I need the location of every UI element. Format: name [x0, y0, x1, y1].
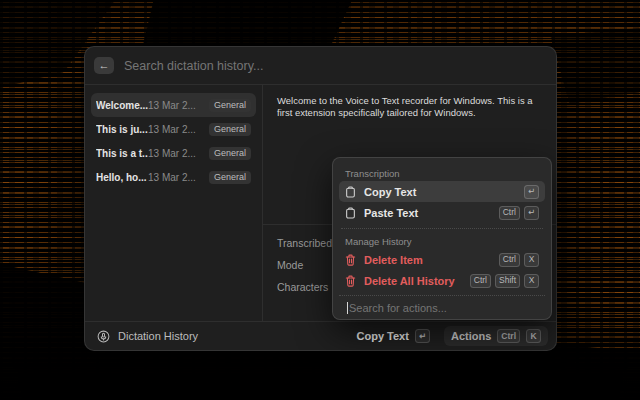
- ctrl-key: Ctrl: [499, 253, 520, 267]
- microphone-icon: [97, 330, 110, 343]
- copy-text-label: Copy Text: [357, 330, 409, 342]
- actions-popup: Transcription Copy Text ↵ Paste Text Ctr…: [332, 157, 552, 320]
- trash-icon: [345, 254, 356, 266]
- menu-item-label: Paste Text: [364, 207, 418, 219]
- shortcut-keys: Ctrl X: [499, 253, 539, 267]
- menu-item-paste-text[interactable]: Paste Text Ctrl ↵: [339, 202, 545, 223]
- menu-item-delete-all-history[interactable]: Delete All History Ctrl Shift X: [339, 270, 545, 291]
- back-arrow-icon: ←: [99, 60, 110, 71]
- popup-section-title: Manage History: [339, 234, 545, 249]
- return-key: ↵: [415, 329, 430, 343]
- popup-divider: [341, 228, 543, 229]
- k-key: K: [526, 329, 541, 343]
- menu-item-label: Delete All History: [364, 275, 455, 287]
- return-key: ↵: [524, 206, 539, 220]
- app-identity: Dictation History: [97, 330, 198, 343]
- actions-search-input[interactable]: Search for actions...: [339, 295, 545, 319]
- item-badge: General: [209, 123, 251, 136]
- search-input[interactable]: [124, 59, 544, 73]
- ctrl-key: Ctrl: [497, 329, 520, 343]
- item-date: 13 Mar 2...: [148, 172, 196, 183]
- item-title: This is ju...: [96, 124, 148, 135]
- list-item[interactable]: This is ju... 13 Mar 2... General: [91, 117, 256, 141]
- x-key: X: [524, 253, 539, 267]
- list-item[interactable]: Welcome... 13 Mar 2... General: [91, 93, 256, 117]
- menu-item-label: Copy Text: [364, 186, 416, 198]
- clipboard-icon: [345, 186, 356, 198]
- menu-item-label: Delete Item: [364, 254, 423, 266]
- item-badge: General: [209, 147, 251, 160]
- item-badge: General: [209, 171, 251, 184]
- actions-button[interactable]: Actions Ctrl K: [444, 326, 548, 346]
- app-name: Dictation History: [118, 330, 198, 342]
- shortcut-keys: Ctrl ↵: [499, 206, 539, 220]
- item-title: Hello, ho...: [96, 172, 148, 183]
- list-item[interactable]: Hello, ho... 13 Mar 2... General: [91, 165, 256, 189]
- item-title: This is a t...: [96, 148, 148, 159]
- item-date: 13 Mar 2...: [148, 124, 196, 135]
- menu-item-copy-text[interactable]: Copy Text ↵: [339, 181, 545, 202]
- menu-item-delete-item[interactable]: Delete Item Ctrl X: [339, 249, 545, 270]
- clipboard-icon: [345, 207, 356, 219]
- ctrl-key: Ctrl: [499, 206, 520, 220]
- return-key: ↵: [524, 185, 539, 199]
- actions-search-placeholder: Search for actions...: [349, 302, 447, 314]
- list-item[interactable]: This is a t... 13 Mar 2... General: [91, 141, 256, 165]
- shortcut-keys: ↵: [524, 185, 539, 199]
- item-date: 13 Mar 2...: [148, 148, 196, 159]
- status-bar: Dictation History Copy Text ↵ Actions Ct…: [85, 321, 556, 350]
- back-button[interactable]: ←: [94, 57, 114, 74]
- text-cursor: [347, 302, 348, 314]
- history-list: Welcome... 13 Mar 2... General This is j…: [85, 85, 263, 321]
- trash-icon: [345, 275, 356, 287]
- actions-label: Actions: [451, 330, 491, 342]
- item-badge: General: [209, 99, 251, 112]
- ctrl-key: Ctrl: [470, 274, 491, 288]
- item-title: Welcome...: [96, 100, 148, 111]
- shift-key: Shift: [495, 274, 520, 288]
- popup-section-title: Transcription: [339, 166, 545, 181]
- search-header: ←: [85, 47, 556, 85]
- item-date: 13 Mar 2...: [148, 100, 196, 111]
- shortcut-keys: Ctrl Shift X: [470, 274, 539, 288]
- x-key: X: [524, 274, 539, 288]
- copy-text-button[interactable]: Copy Text ↵: [357, 329, 430, 343]
